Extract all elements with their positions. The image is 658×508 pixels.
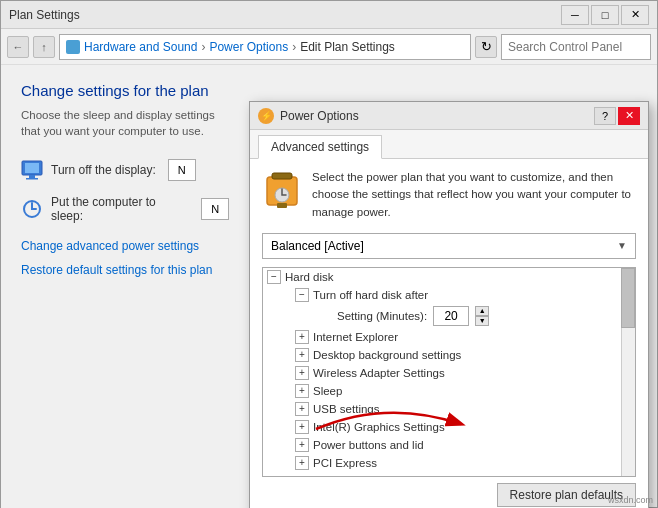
power-icon-img [262, 169, 302, 213]
svg-rect-8 [277, 203, 287, 208]
scroll-thumb[interactable] [621, 268, 635, 328]
restore-defaults-link[interactable]: Restore default settings for this plan [21, 263, 229, 277]
tree-expand-intel[interactable]: + [295, 420, 309, 434]
search-input[interactable] [501, 34, 651, 60]
tree-item-usb[interactable]: + USB settings [277, 400, 635, 418]
svg-rect-2 [29, 175, 35, 178]
address-bar: ← ↑ Hardware and Sound › Power Options ›… [1, 29, 657, 65]
dialog-close-button[interactable]: ✕ [618, 107, 640, 125]
tab-advanced-settings[interactable]: Advanced settings [258, 135, 382, 159]
tree-label-intel: Intel(R) Graphics Settings [313, 421, 445, 433]
monitor-icon [21, 159, 43, 181]
path-part1[interactable]: Hardware and Sound [84, 40, 197, 54]
tree-label-usb: USB settings [313, 403, 379, 415]
path-icon [66, 40, 80, 54]
tree-item-harddisk[interactable]: − Hard disk [263, 268, 635, 286]
links-section: Change advanced power settings Restore d… [21, 239, 229, 277]
power-options-icon: ⚡ [258, 108, 274, 124]
path-sep1: › [201, 40, 205, 54]
dialog-title: Power Options [280, 109, 359, 123]
power-options-dialog: ⚡ Power Options ? ✕ Advanced settings [249, 101, 649, 508]
tree-expand-turnoff[interactable]: − [295, 288, 309, 302]
dialog-titlebar: ⚡ Power Options ? ✕ [250, 102, 648, 130]
tree-label-sleep: Sleep [313, 385, 342, 397]
tree-label-harddisk: Hard disk [285, 271, 334, 283]
tree-label-powerbtns: Power buttons and lid [313, 439, 424, 451]
tree-expand-wireless[interactable]: + [295, 366, 309, 380]
tree-label-turnoff: Turn off hard disk after [313, 289, 428, 301]
path-part3: Edit Plan Settings [300, 40, 395, 54]
back-button[interactable]: ← [7, 36, 29, 58]
dropdown-value: Balanced [Active] [271, 239, 364, 253]
svg-rect-6 [272, 173, 292, 179]
minimize-button[interactable]: ─ [561, 5, 589, 25]
restore-row: Restore plan defaults [262, 477, 636, 508]
sleep-label: Put the computer to sleep: [51, 195, 189, 223]
address-path: Hardware and Sound › Power Options › Edi… [59, 34, 471, 60]
tree-item-desktop[interactable]: + Desktop background settings [277, 346, 635, 364]
window-title: Plan Settings [9, 8, 80, 22]
tree-expand-sleep[interactable]: + [295, 384, 309, 398]
minutes-input[interactable] [433, 306, 469, 326]
spin-down-button[interactable]: ▼ [475, 316, 489, 326]
tree-item-ie[interactable]: + Internet Explorer [277, 328, 635, 346]
tree-expand-ie[interactable]: + [295, 330, 309, 344]
close-button[interactable]: ✕ [621, 5, 649, 25]
spinner-buttons: ▲ ▼ [475, 306, 489, 326]
page-subtitle: Choose the sleep and display settings th… [21, 107, 229, 139]
title-bar: Plan Settings ─ □ ✕ [1, 1, 657, 29]
refresh-button[interactable]: ↻ [475, 36, 497, 58]
svg-rect-1 [25, 163, 39, 173]
tree-label-minutes: Setting (Minutes): [337, 310, 427, 322]
plan-dropdown[interactable]: Balanced [Active] ▼ [262, 233, 636, 259]
path-part2[interactable]: Power Options [209, 40, 288, 54]
dialog-tabs: Advanced settings [250, 130, 648, 159]
dropdown-arrow-icon: ▼ [617, 240, 627, 251]
display-control[interactable]: N [168, 159, 196, 181]
dialog-help-button[interactable]: ? [594, 107, 616, 125]
advanced-settings-link[interactable]: Change advanced power settings [21, 239, 229, 253]
dialog-content: Select the power plan that you want to c… [250, 159, 648, 508]
tree-item-sleep[interactable]: + Sleep [277, 382, 635, 400]
tree-label-desktop: Desktop background settings [313, 349, 461, 361]
tree-item-pci[interactable]: + PCI Express [277, 454, 635, 472]
display-setting-row: Turn off the display: N [21, 159, 229, 181]
spinner-row: ▲ ▼ [433, 306, 489, 326]
up-button[interactable]: ↑ [33, 36, 55, 58]
page-title: Change settings for the plan [21, 81, 229, 101]
tree-expand-desktop[interactable]: + [295, 348, 309, 362]
watermark: wsxdn.com [608, 495, 653, 505]
tree-item-turnoff[interactable]: − Turn off hard disk after [277, 286, 635, 304]
dialog-controls: ? ✕ [594, 107, 640, 125]
main-window: Plan Settings ─ □ ✕ ← ↑ Hardware and Sou… [0, 0, 658, 508]
tree-label-pci: PCI Express [313, 457, 377, 469]
tree-view: − Hard disk − Turn off hard disk after S… [262, 267, 636, 477]
display-label: Turn off the display: [51, 163, 156, 177]
sleep-setting-row: Put the computer to sleep: N [21, 195, 229, 223]
svg-rect-3 [26, 178, 38, 180]
left-panel: Change settings for the plan Choose the … [1, 65, 249, 508]
path-sep2: › [292, 40, 296, 54]
dialog-title-left: ⚡ Power Options [258, 108, 359, 124]
tree-item-minutes: Setting (Minutes): ▲ ▼ [291, 304, 635, 328]
tree-label-wireless: Wireless Adapter Settings [313, 367, 445, 379]
power-intro: Select the power plan that you want to c… [262, 169, 636, 221]
tree-item-wireless[interactable]: + Wireless Adapter Settings [277, 364, 635, 382]
spin-up-button[interactable]: ▲ [475, 306, 489, 316]
intro-text: Select the power plan that you want to c… [312, 169, 636, 221]
tree-expand-pci[interactable]: + [295, 456, 309, 470]
tree-expand-powerbtns[interactable]: + [295, 438, 309, 452]
tree-item-powerbtns[interactable]: + Power buttons and lid [277, 436, 635, 454]
main-content: Change settings for the plan Choose the … [1, 65, 657, 508]
maximize-button[interactable]: □ [591, 5, 619, 25]
titlebar-controls: ─ □ ✕ [561, 5, 649, 25]
tree-item-intel[interactable]: + Intel(R) Graphics Settings [277, 418, 635, 436]
tree-scrollbar[interactable] [621, 268, 635, 476]
tree-expand-usb[interactable]: + [295, 402, 309, 416]
tree-expand-harddisk[interactable]: − [267, 270, 281, 284]
tree-label-ie: Internet Explorer [313, 331, 398, 343]
sleep-control[interactable]: N [201, 198, 229, 220]
sleep-icon [21, 198, 43, 220]
